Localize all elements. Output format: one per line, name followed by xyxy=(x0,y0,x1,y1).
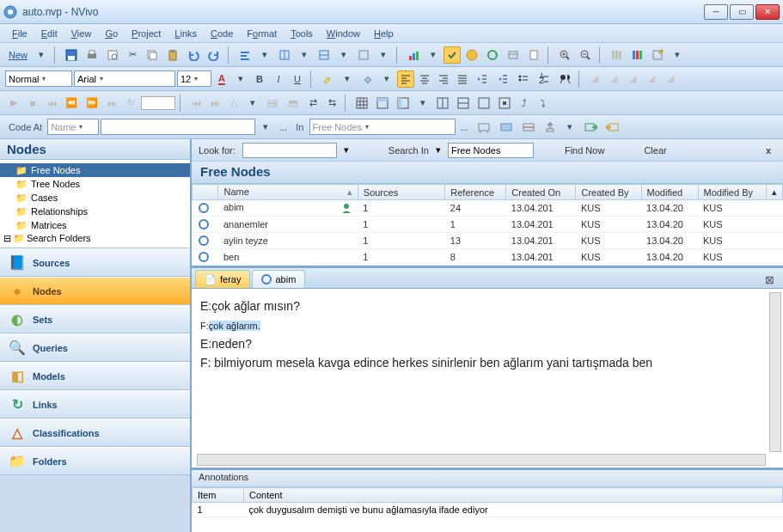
save-icon[interactable] xyxy=(62,46,81,64)
enter-icon[interactable]: ⤵ xyxy=(535,95,552,112)
skip-back-icon[interactable]: ⏮ xyxy=(187,95,205,112)
menu-links[interactable]: Links xyxy=(169,27,202,40)
anno-row[interactable]: 1 çok duygusalım demişti ve bunu ağlamas… xyxy=(193,503,783,517)
align-left-icon[interactable] xyxy=(397,70,414,88)
maximize-button[interactable]: ▭ xyxy=(730,4,754,20)
navbtn-nodes[interactable]: ●Nodes xyxy=(0,277,190,305)
codeat-name-select[interactable]: Name▾ xyxy=(47,119,99,135)
layout2-icon[interactable] xyxy=(315,46,333,64)
rewind-icon[interactable]: ⏪ xyxy=(62,95,81,112)
tbl7-icon[interactable] xyxy=(495,95,514,112)
stop-icon[interactable]: ■ xyxy=(24,95,41,112)
vertical-scrollbar[interactable] xyxy=(769,292,781,452)
dd6-icon[interactable]: ▾ xyxy=(669,46,686,64)
align-justify-icon[interactable] xyxy=(454,70,471,88)
findnow-button[interactable]: Find Now xyxy=(565,145,604,156)
link3-icon[interactable]: ◢ xyxy=(643,70,660,88)
shape-icon[interactable]: △ xyxy=(225,95,242,112)
tree-tree-nodes[interactable]: 📁Tree Nodes xyxy=(0,177,190,191)
find-icon[interactable] xyxy=(555,70,574,88)
horizontal-scrollbar[interactable] xyxy=(197,454,766,466)
lookfor-dd-icon[interactable]: ▾ xyxy=(344,144,349,156)
row2-icon[interactable] xyxy=(284,95,303,112)
col-modified[interactable]: Modified xyxy=(641,185,698,200)
tree-relationships[interactable]: 📁Relationships xyxy=(0,205,190,218)
tree-cases[interactable]: 📁Cases xyxy=(0,191,190,205)
menu-go[interactable]: Go xyxy=(100,27,123,40)
paste-icon[interactable] xyxy=(163,46,182,64)
split-icon[interactable]: ⇄ xyxy=(304,95,321,112)
dd2-icon[interactable]: ▾ xyxy=(296,46,313,64)
clear-button[interactable]: Clear xyxy=(644,145,666,156)
menu-help[interactable]: Help xyxy=(369,27,399,40)
in-select[interactable]: Free Nodes▾ xyxy=(309,119,456,135)
bullets-icon[interactable] xyxy=(514,70,533,88)
dd3-icon[interactable]: ▾ xyxy=(335,46,352,64)
col-reference[interactable]: Reference xyxy=(445,185,506,200)
col-createdby[interactable]: Created By xyxy=(576,185,641,200)
tbl2-icon[interactable] xyxy=(373,95,392,112)
node-row[interactable]: aylin teyze11313.04.201KUS13.04.20KUS xyxy=(193,233,783,249)
menu-format[interactable]: Format xyxy=(242,27,282,40)
bold-icon[interactable]: B xyxy=(251,70,268,88)
globe-icon[interactable] xyxy=(462,46,481,64)
zoom-in-icon[interactable] xyxy=(555,46,574,64)
tbl3-icon[interactable] xyxy=(394,95,413,112)
tree-search-folders[interactable]: ⊟📁Search Folders xyxy=(0,232,190,244)
anno-col-content[interactable]: Content xyxy=(244,488,783,503)
align-center-icon[interactable] xyxy=(416,70,433,88)
zoom-out-icon[interactable] xyxy=(576,46,595,64)
document-view[interactable]: E:çok ağlar mısın? F:çok ağlarım. E:nede… xyxy=(192,289,783,470)
menu-window[interactable]: Window xyxy=(321,27,365,40)
font-color-icon[interactable]: A xyxy=(213,70,230,88)
node-row[interactable]: ananemler1113.04.201KUS13.04.20KUS xyxy=(193,217,783,233)
undo-icon[interactable] xyxy=(184,46,203,64)
menu-edit[interactable]: Edit xyxy=(36,27,63,40)
tab-feray[interactable]: 📄feray xyxy=(195,270,250,288)
tbl4-icon[interactable] xyxy=(433,95,452,112)
style-select[interactable]: Normal▾ xyxy=(5,70,72,87)
dd-tbl-icon[interactable]: ▾ xyxy=(414,95,431,112)
minimize-button[interactable]: ─ xyxy=(704,4,728,20)
stripe-edit-icon[interactable] xyxy=(648,46,667,64)
menu-file[interactable]: File xyxy=(7,27,33,40)
tab-abim[interactable]: abim xyxy=(252,270,305,288)
navbtn-sources[interactable]: 📘Sources xyxy=(0,248,190,277)
font-select[interactable]: Arial▾ xyxy=(74,70,175,87)
tbl6-icon[interactable] xyxy=(474,95,493,112)
ellipsis2-btn[interactable]: ... xyxy=(457,122,472,132)
search-close-button[interactable]: x xyxy=(761,145,776,156)
dd5-icon[interactable]: ▾ xyxy=(425,46,442,64)
searchin-target[interactable] xyxy=(448,143,534,158)
fill-icon[interactable] xyxy=(358,70,376,88)
print-icon[interactable] xyxy=(83,46,101,64)
indent-icon[interactable] xyxy=(493,70,512,88)
link4-icon[interactable]: ◢ xyxy=(662,70,679,88)
tbl1-icon[interactable] xyxy=(352,95,371,112)
dd-hl-icon[interactable]: ▾ xyxy=(339,70,356,88)
anno-col-item[interactable]: Item xyxy=(193,488,244,503)
code2-icon[interactable] xyxy=(496,119,517,136)
dd-fc-icon[interactable]: ▾ xyxy=(232,70,249,88)
play-icon[interactable]: ▶ xyxy=(5,95,22,112)
dd1-icon[interactable]: ▾ xyxy=(256,46,273,64)
col-name[interactable]: Name ▴ xyxy=(218,185,358,200)
annotations-header[interactable]: Annotations xyxy=(192,470,783,487)
row-icon[interactable] xyxy=(263,95,282,112)
highlight-icon[interactable] xyxy=(318,70,337,88)
italic-icon[interactable]: I xyxy=(270,70,287,88)
close-button[interactable]: ✕ xyxy=(755,4,780,20)
codeat-input[interactable] xyxy=(101,119,255,135)
code5-icon[interactable] xyxy=(580,119,601,136)
tbl5-icon[interactable] xyxy=(454,95,473,112)
dd-c4-icon[interactable]: ▾ xyxy=(561,119,578,136)
tab-close-button[interactable]: ⊠ xyxy=(760,272,780,288)
link1-icon[interactable]: ◢ xyxy=(605,70,622,88)
col-createdon[interactable]: Created On xyxy=(506,185,576,200)
check-icon[interactable] xyxy=(443,46,461,64)
page-icon[interactable] xyxy=(524,46,543,64)
link2-icon[interactable]: ◢ xyxy=(624,70,641,88)
merge-icon[interactable]: ⇆ xyxy=(323,95,340,112)
navbtn-sets[interactable]: ◐Sets xyxy=(0,305,190,333)
last-icon[interactable]: ⏭ xyxy=(103,95,120,112)
